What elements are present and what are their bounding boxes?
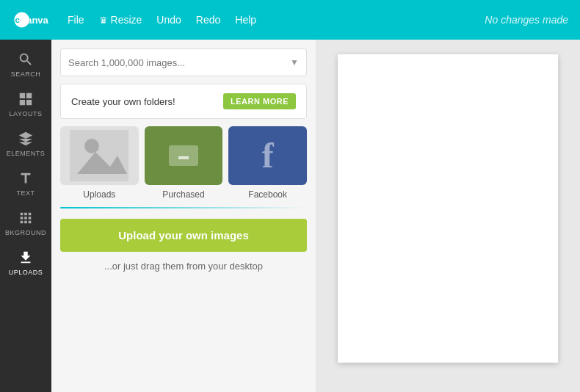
sidebar-item-layouts[interactable]: LAYOUTS (3, 85, 48, 122)
source-tabs: Uploads Purchased f Facebook (60, 126, 307, 200)
bkground-icon (18, 210, 34, 226)
top-navigation: c anva File ♛ Resize Undo Redo Help No c… (0, 0, 580, 40)
purchased-thumbnail (145, 126, 223, 185)
sidebar-item-elements[interactable]: ELEMENTS (3, 125, 48, 161)
canvas-page[interactable] (338, 54, 558, 363)
upload-images-button[interactable]: Upload your own images (60, 219, 307, 252)
tab-purchased-label: Purchased (162, 189, 204, 200)
uploads-thumbnail (60, 126, 139, 185)
elements-icon (18, 131, 34, 147)
svg-point-4 (84, 139, 99, 153)
svg-text:c: c (15, 15, 21, 24)
help-menu[interactable]: Help (235, 14, 256, 26)
drag-drop-text: ...or just drag them from your desktop (60, 259, 307, 274)
svg-text:anva: anva (26, 15, 48, 26)
sidebar-item-search[interactable]: SEARCH (3, 46, 48, 82)
image-search-bar[interactable]: ▼ (60, 48, 307, 76)
search-input[interactable] (68, 57, 290, 68)
tab-facebook-label: Facebook (248, 189, 287, 200)
redo-button[interactable]: Redo (196, 14, 220, 26)
tab-divider (60, 207, 307, 208)
purchased-icon (169, 145, 198, 166)
sidebar-bkground-label: BKGROUND (5, 229, 46, 236)
main-area: SEARCH LAYOUTS ELEMENTS TEXT BKGROUND (0, 40, 580, 392)
dropdown-arrow-icon[interactable]: ▼ (290, 57, 299, 68)
sidebar-layouts-label: LAYOUTS (10, 110, 43, 117)
facebook-f-icon: f (262, 138, 274, 173)
uploads-icon (18, 250, 34, 266)
undo-button[interactable]: Undo (156, 14, 181, 26)
crown-icon: ♛ (99, 15, 108, 26)
facebook-thumbnail: f (228, 126, 307, 185)
layouts-icon (18, 91, 34, 107)
status-text: No changes made (485, 14, 568, 26)
file-menu[interactable]: File (68, 14, 84, 26)
sidebar-text-label: TEXT (16, 189, 35, 197)
folders-banner: Create your own folders! LEARN MORE (60, 84, 307, 119)
sidebar-item-text[interactable]: TEXT (3, 164, 48, 201)
sidebar-item-uploads[interactable]: UPLOADS (3, 244, 48, 280)
canvas-area[interactable] (316, 40, 580, 392)
learn-more-button[interactable]: LEARN MORE (223, 93, 296, 109)
folders-text: Create your own folders! (71, 96, 175, 107)
canva-logo[interactable]: c anva (12, 7, 53, 33)
tab-uploads-label: Uploads (83, 189, 115, 200)
sidebar: SEARCH LAYOUTS ELEMENTS TEXT BKGROUND (0, 40, 51, 392)
tab-purchased[interactable]: Purchased (145, 126, 223, 200)
sidebar-search-label: SEARCH (11, 70, 41, 78)
text-icon (18, 170, 34, 186)
tab-uploads[interactable]: Uploads (60, 126, 139, 200)
sidebar-elements-label: ELEMENTS (7, 150, 46, 157)
tab-facebook[interactable]: f Facebook (228, 126, 307, 200)
sidebar-item-bkground[interactable]: BKGROUND (3, 204, 48, 241)
sidebar-uploads-label: UPLOADS (9, 269, 43, 276)
resize-menu[interactable]: ♛ Resize (99, 14, 142, 26)
search-icon (18, 51, 34, 68)
uploads-panel: ▼ Create your own folders! LEARN MORE Up… (51, 40, 316, 392)
